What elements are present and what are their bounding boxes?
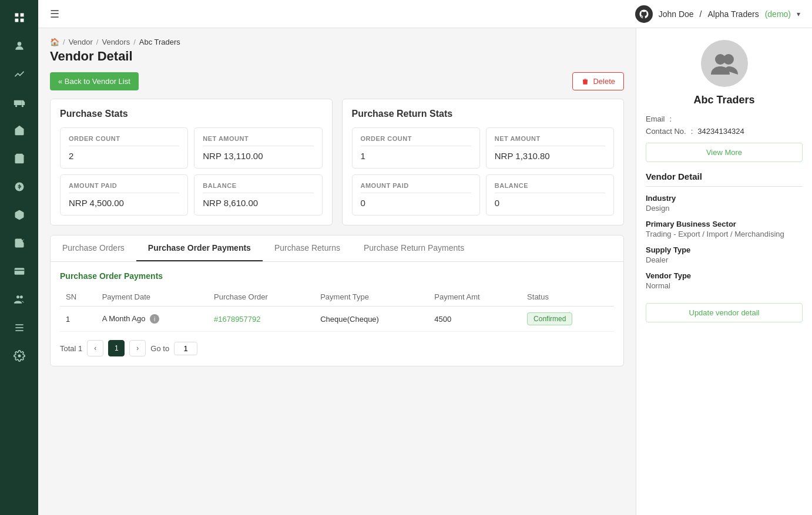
header: ☰ John Doe / Alpha Traders (demo) ▾ — [38, 0, 812, 28]
return-balance-card: BALANCE 0 — [486, 174, 614, 216]
info-icon[interactable]: i — [150, 314, 159, 324]
return-balance-value: 0 — [495, 198, 605, 208]
email-label: Email — [646, 115, 665, 123]
right-panel: Abc Traders Email : Contact No. : 342341… — [636, 28, 812, 515]
svg-rect-5 — [14, 100, 21, 105]
sidebar-icon-payments[interactable] — [8, 260, 31, 283]
sidebar-icon-dashboard[interactable] — [8, 6, 31, 29]
svg-point-7 — [15, 105, 16, 107]
page-title: Vendor Detail — [50, 49, 133, 64]
purchase-order-link[interactable]: #1678957792 — [214, 315, 261, 324]
vendor-avatar-container — [646, 40, 803, 87]
contact-sep: : — [691, 127, 693, 136]
tab-purchase-order-payments[interactable]: Purchase Order Payments — [136, 235, 263, 261]
body-area: 🏠 / Vendor / Vendors / Abc Traders Vendo… — [38, 28, 812, 515]
stats-row: Purchase Stats ORDER COUNT 2 NET AMOUNT … — [50, 99, 624, 225]
contact-value: 34234134324 — [697, 127, 744, 136]
purchase-stats-section: Purchase Stats ORDER COUNT 2 NET AMOUNT … — [50, 99, 333, 225]
return-net-amount-card: NET AMOUNT NRP 1,310.80 — [486, 127, 614, 169]
github-icon — [635, 5, 653, 23]
header-separator: / — [700, 9, 702, 19]
return-amount-paid-card: AMOUNT PAID 0 — [352, 174, 480, 216]
industry-value: Design — [646, 204, 803, 213]
tab-purchase-return-payments[interactable]: Purchase Return Payments — [352, 235, 476, 261]
status-badge: Confirmed — [527, 312, 572, 325]
col-payment-amt: Payment Amt — [428, 288, 521, 307]
sidebar-icon-teams[interactable] — [8, 288, 31, 311]
header-right: John Doe / Alpha Traders (demo) ▾ — [635, 5, 800, 23]
page-content: 🏠 / Vendor / Vendors / Abc Traders Vendo… — [38, 28, 636, 515]
total-count: Total 1 — [60, 344, 82, 353]
purchase-balance-card: BALANCE NRP 8,610.00 — [194, 174, 322, 216]
return-net-amount-label: NET AMOUNT — [495, 135, 605, 146]
main-content: ☰ John Doe / Alpha Traders (demo) ▾ 🏠 / … — [38, 0, 812, 515]
svg-point-4 — [17, 42, 21, 46]
return-amount-paid-value: 0 — [361, 198, 471, 208]
prev-page-button[interactable]: ‹ — [87, 340, 103, 356]
svg-rect-2 — [15, 19, 18, 22]
purchase-stats-cards: ORDER COUNT 2 NET AMOUNT NRP 13,110.00 A… — [60, 127, 323, 216]
cell-payment-amt: 4500 — [428, 307, 521, 332]
sidebar-icon-reports[interactable] — [8, 231, 31, 255]
table-section-title: Purchase Order Payments — [60, 271, 614, 281]
cell-purchase-order: #1678957792 — [208, 307, 314, 332]
pagination: Total 1 ‹ 1 › Go to — [60, 340, 614, 356]
breadcrumb-vendors[interactable]: Vendors — [102, 38, 130, 46]
sidebar-icon-users[interactable] — [8, 34, 31, 58]
purchase-return-stats-cards: ORDER COUNT 1 NET AMOUNT NRP 1,310.80 AM… — [352, 127, 615, 216]
vendor-email-row: Email : — [646, 115, 803, 123]
purchase-stats-title: Purchase Stats — [60, 109, 323, 119]
tabs-header: Purchase Orders Purchase Order Payments … — [51, 235, 623, 262]
cell-status: Confirmed — [521, 307, 614, 332]
supply-type-field: Supply Type Dealer — [646, 245, 803, 264]
return-order-count-card: ORDER COUNT 1 — [352, 127, 480, 169]
view-more-button[interactable]: View More — [646, 143, 803, 162]
delete-button[interactable]: Delete — [572, 72, 624, 90]
sidebar-icon-store[interactable] — [8, 119, 31, 142]
svg-rect-1 — [20, 14, 24, 17]
goto-input[interactable] — [174, 342, 197, 355]
vendor-type-label: Vendor Type — [646, 271, 803, 280]
sidebar-icon-finance[interactable] — [8, 175, 31, 198]
purchase-order-count-card: ORDER COUNT 2 — [60, 127, 188, 169]
dropdown-chevron-icon[interactable]: ▾ — [797, 10, 800, 18]
tab-purchase-returns[interactable]: Purchase Returns — [263, 235, 352, 261]
svg-point-14 — [19, 295, 22, 298]
col-status: Status — [521, 288, 614, 307]
sidebar-icon-settings[interactable] — [8, 344, 31, 368]
svg-point-13 — [16, 295, 19, 298]
contact-label: Contact No. — [646, 127, 686, 136]
breadcrumb-vendor[interactable]: Vendor — [69, 38, 93, 46]
sidebar-icon-inventory[interactable] — [8, 203, 31, 227]
page-1-button[interactable]: 1 — [108, 340, 125, 356]
purchase-return-stats-section: Purchase Return Stats ORDER COUNT 1 NET … — [342, 99, 625, 225]
payments-table: SN Payment Date Purchase Order Payment T… — [60, 288, 614, 332]
primary-sector-field: Primary Business Sector Trading - Export… — [646, 220, 803, 238]
menu-icon[interactable]: ☰ — [50, 8, 59, 21]
purchase-order-count-value: 2 — [69, 151, 179, 161]
col-payment-date: Payment Date — [96, 288, 208, 307]
company-name: Alpha Traders — [707, 9, 759, 19]
primary-sector-value: Trading - Export / Import / Merchandisin… — [646, 230, 803, 238]
purchase-amount-paid-value: NRP 4,500.00 — [69, 198, 179, 208]
sidebar-icon-list[interactable] — [8, 316, 31, 339]
sidebar-icon-delivery[interactable] — [8, 90, 31, 114]
svg-point-8 — [21, 105, 23, 107]
sidebar-icon-cart[interactable] — [8, 147, 31, 170]
tabs-body: Purchase Order Payments SN Payment Date … — [51, 262, 623, 366]
back-to-vendor-list-button[interactable]: « Back to Vendor List — [50, 72, 139, 90]
tab-purchase-orders[interactable]: Purchase Orders — [51, 235, 136, 261]
email-sep: : — [670, 115, 672, 123]
return-balance-label: BALANCE — [495, 182, 605, 193]
vendor-type-value: Normal — [646, 281, 803, 290]
col-sn: SN — [60, 288, 96, 307]
sidebar — [0, 0, 38, 515]
sidebar-icon-analytics[interactable] — [8, 62, 31, 86]
cell-sn: 1 — [60, 307, 96, 332]
vendor-type-field: Vendor Type Normal — [646, 271, 803, 290]
svg-marker-6 — [21, 100, 25, 105]
goto-label: Go to — [150, 344, 169, 353]
update-vendor-detail-button[interactable]: Update vendor detail — [646, 303, 803, 322]
next-page-button[interactable]: › — [129, 340, 146, 356]
home-icon[interactable]: 🏠 — [50, 38, 59, 46]
